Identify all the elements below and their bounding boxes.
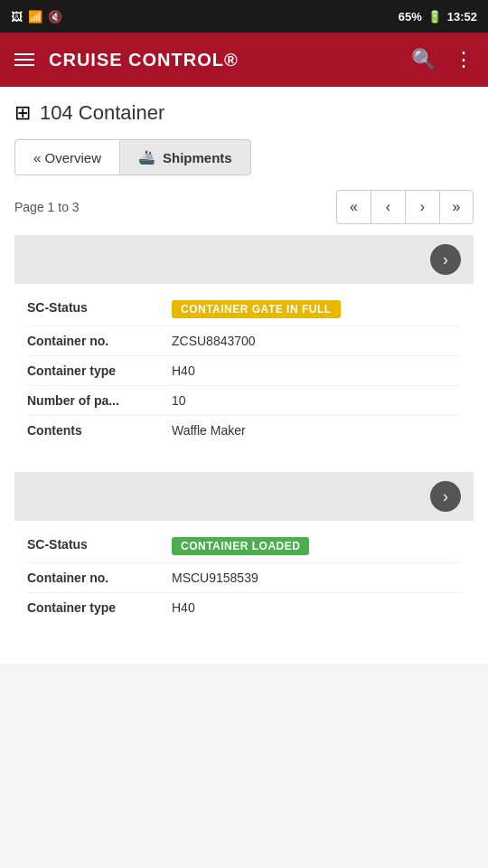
pagination-info: Page 1 to 3 [14, 200, 80, 214]
page-last-btn[interactable]: » [439, 190, 474, 224]
clock: 13:52 [447, 10, 477, 24]
status-bar-right: 65% 🔋 13:52 [399, 10, 477, 24]
card-1-no-label: Container no. [27, 334, 172, 348]
page-title: 104 Container [40, 101, 164, 125]
image-icon: 🖼 [11, 10, 23, 24]
ship-icon: 🚢 [138, 149, 155, 165]
card-2-chevron[interactable]: › [430, 481, 461, 512]
signal-icon: 📶 [28, 10, 42, 24]
hamburger-menu[interactable] [14, 53, 34, 66]
card-2-status-value: CONTAINER LOADED [172, 537, 461, 555]
page-first-btn[interactable]: « [336, 190, 371, 224]
card-1-header: › [14, 235, 474, 284]
card-2-status-row: SC-Status CONTAINER LOADED [27, 530, 461, 563]
card-2-type-row: Container type H40 [27, 593, 461, 622]
tab-shipments-label: Shipments [163, 150, 232, 165]
card-2-no-label: Container no. [27, 571, 172, 585]
card-1-type-value: H40 [172, 363, 461, 378]
status-badge-1: CONTAINER GATE IN FULL [172, 300, 341, 318]
search-icon[interactable]: 🔍 [411, 48, 436, 71]
card-2-status-label: SC-Status [27, 537, 172, 552]
card-1-numpa-label: Number of pa... [27, 393, 172, 408]
tabs: « Overview 🚢 Shipments [14, 139, 474, 175]
pagination-buttons: « ‹ › » [336, 190, 474, 224]
card-2-type-value: H40 [172, 600, 461, 615]
card-1-no-value: ZCSU8843700 [172, 334, 461, 348]
card-1-status-label: SC-Status [27, 300, 172, 315]
card-1-type-row: Container type H40 [27, 356, 461, 386]
card-2-body: SC-Status CONTAINER LOADED Container no.… [14, 521, 474, 638]
card-1-chevron[interactable]: › [430, 244, 461, 275]
page-next-btn[interactable]: › [405, 190, 439, 224]
card-1-body: SC-Status CONTAINER GATE IN FULL Contain… [14, 284, 474, 461]
app-bar: CRUISE CONTROL® 🔍 ⋮ [0, 33, 488, 87]
card-1-numpa-row: Number of pa... 10 [27, 386, 461, 416]
card-2-no-row: Container no. MSCU9158539 [27, 563, 461, 593]
battery-icon: 🔋 [427, 10, 442, 24]
main-content: ⊞ 104 Container « Overview 🚢 Shipments P… [0, 87, 488, 664]
card-1-contents-row: Contents Waffle Maker [27, 416, 461, 445]
status-bar-icons: 🖼 📶 🔇 [11, 10, 62, 24]
card-1-status-value: CONTAINER GATE IN FULL [172, 300, 461, 318]
app-bar-left: CRUISE CONTROL® [14, 50, 239, 71]
page-prev-btn[interactable]: ‹ [371, 190, 405, 224]
card-1-numpa-value: 10 [172, 393, 461, 408]
card-1-contents-label: Contents [27, 423, 172, 438]
grid-icon: ⊞ [14, 101, 31, 125]
shipment-card-2: › SC-Status CONTAINER LOADED Container n… [14, 472, 474, 638]
card-1-status-row: SC-Status CONTAINER GATE IN FULL [27, 293, 461, 326]
status-bar: 🖼 📶 🔇 65% 🔋 13:52 [0, 0, 488, 33]
card-1-type-label: Container type [27, 363, 172, 378]
more-icon[interactable]: ⋮ [454, 48, 474, 71]
card-1-no-row: Container no. ZCSU8843700 [27, 326, 461, 356]
app-bar-right: 🔍 ⋮ [411, 48, 474, 71]
card-2-header: › [14, 472, 474, 521]
card-2-no-value: MSCU9158539 [172, 571, 461, 585]
shipment-card-1: › SC-Status CONTAINER GATE IN FULL Conta… [14, 235, 474, 461]
app-title: CRUISE CONTROL® [49, 50, 239, 71]
tab-overview-label: « Overview [33, 150, 101, 165]
mute-icon: 🔇 [48, 10, 62, 24]
tab-overview[interactable]: « Overview [14, 139, 119, 175]
card-1-contents-value: Waffle Maker [172, 423, 461, 438]
page-title-row: ⊞ 104 Container [14, 101, 474, 125]
battery-percent: 65% [399, 10, 422, 24]
card-2-type-label: Container type [27, 600, 172, 615]
tab-shipments[interactable]: 🚢 Shipments [119, 139, 251, 175]
pagination-row: Page 1 to 3 « ‹ › » [14, 190, 474, 224]
status-badge-2: CONTAINER LOADED [172, 537, 309, 555]
